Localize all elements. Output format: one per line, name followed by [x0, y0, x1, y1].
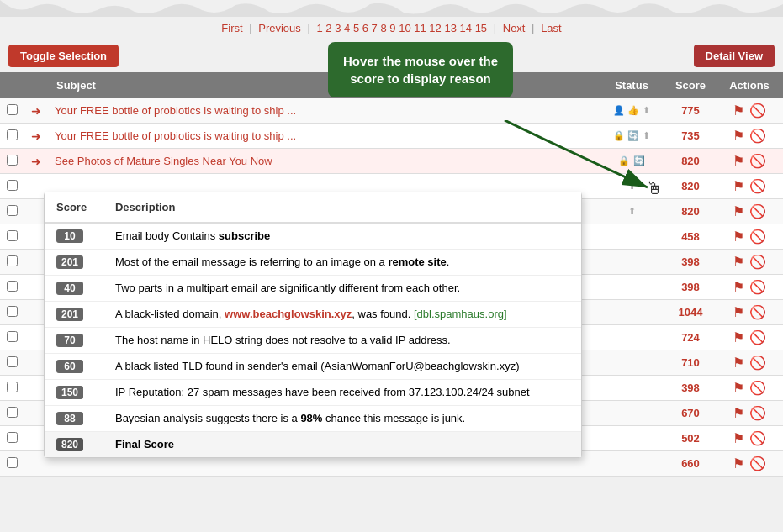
row-checkbox[interactable]: [7, 407, 18, 418]
score-value[interactable]: 735: [681, 129, 700, 142]
pagination-next[interactable]: Next: [503, 22, 526, 34]
pagination-page-14[interactable]: 14: [460, 22, 472, 34]
score-badge: 150: [56, 386, 83, 399]
score-value[interactable]: 670: [681, 407, 700, 419]
action-icons: ⚑ 🚫: [722, 103, 776, 119]
pagination-page-9[interactable]: 9: [389, 22, 395, 34]
flag-action-icon[interactable]: ⚑: [733, 203, 744, 219]
row-checkbox[interactable]: [7, 255, 18, 266]
score-badge: 201: [56, 255, 83, 269]
pagination-page-10[interactable]: 10: [399, 22, 410, 34]
delete-action-icon[interactable]: 🚫: [749, 229, 766, 245]
delete-action-icon[interactable]: 🚫: [749, 279, 766, 295]
score-value[interactable]: 820: [681, 205, 700, 218]
flag-action-icon[interactable]: ⚑: [733, 304, 744, 320]
popup-score-header: Score: [45, 192, 103, 223]
pagination-page-4[interactable]: 4: [344, 22, 350, 34]
score-value[interactable]: 458: [681, 230, 700, 243]
delete-action-icon[interactable]: 🚫: [749, 178, 766, 194]
detail-view-button[interactable]: Detail View: [694, 45, 775, 67]
email-subject-link[interactable]: See Photos of Mature Singles Near You No…: [55, 155, 272, 167]
score-badge: 820: [56, 438, 83, 451]
delete-action-icon[interactable]: 🚫: [749, 254, 766, 270]
score-value[interactable]: 502: [681, 432, 700, 445]
row-checkbox[interactable]: [7, 306, 18, 317]
score-value[interactable]: 398: [681, 255, 700, 268]
red-arrow-icon: ➜: [31, 155, 41, 168]
flag-action-icon[interactable]: ⚑: [733, 430, 744, 446]
pagination-page-11[interactable]: 11: [414, 22, 426, 34]
delete-action-icon[interactable]: 🚫: [749, 304, 766, 320]
score-value[interactable]: 398: [681, 382, 700, 394]
score-value[interactable]: 775: [681, 104, 700, 117]
score-value[interactable]: 1044: [679, 306, 703, 319]
row-checkbox[interactable]: [7, 180, 18, 191]
row-checkbox[interactable]: [7, 356, 18, 367]
score-badge: 201: [56, 308, 83, 321]
score-badge: 40: [56, 282, 83, 295]
flag-action-icon[interactable]: ⚑: [733, 103, 744, 119]
score-value[interactable]: 724: [681, 331, 700, 344]
score-badge: 10: [56, 229, 83, 243]
flag-action-icon[interactable]: ⚑: [733, 153, 744, 169]
row-checkbox[interactable]: [7, 205, 18, 216]
pagination-last[interactable]: Last: [541, 22, 562, 34]
delete-action-icon[interactable]: 🚫: [749, 153, 766, 169]
flag-action-icon[interactable]: ⚑: [733, 128, 744, 144]
flag-action-icon[interactable]: ⚑: [733, 254, 744, 270]
popup-desc: A black listed TLD found in sender's ema…: [103, 354, 581, 380]
score-value[interactable]: 710: [681, 356, 700, 369]
row-checkbox[interactable]: [7, 155, 18, 166]
flag-action-icon[interactable]: ⚑: [733, 355, 744, 371]
delete-action-icon[interactable]: 🚫: [749, 203, 766, 219]
table-row: ➜ See Photos of Mature Singles Near You …: [0, 149, 783, 174]
popup-desc: IP Reputation: 27 spam messages have bee…: [103, 380, 581, 406]
delete-action-icon[interactable]: 🚫: [749, 103, 766, 119]
pagination-page-15[interactable]: 15: [475, 22, 487, 34]
pagination-page-2[interactable]: 2: [325, 22, 331, 34]
delete-action-icon[interactable]: 🚫: [749, 456, 766, 471]
pagination-page-3[interactable]: 3: [335, 22, 341, 34]
flag-action-icon[interactable]: ⚑: [733, 329, 744, 345]
pagination-first[interactable]: First: [221, 22, 242, 34]
pagination-bar: First | Previous | 1 2 3 4 5 6 7 8 9 10 …: [0, 17, 783, 40]
row-checkbox[interactable]: [7, 104, 18, 115]
pagination-page-6[interactable]: 6: [362, 22, 368, 34]
pagination-page-1[interactable]: 1: [316, 22, 322, 34]
row-checkbox[interactable]: [7, 432, 18, 443]
delete-action-icon[interactable]: 🚫: [749, 128, 766, 144]
pagination-page-7[interactable]: 7: [372, 22, 378, 34]
email-subject-link[interactable]: Your FREE bottle of probiotics is waitin…: [55, 104, 296, 117]
row-checkbox[interactable]: [7, 331, 18, 342]
pagination-previous[interactable]: Previous: [258, 22, 301, 34]
delete-action-icon[interactable]: 🚫: [749, 355, 766, 371]
delete-action-icon[interactable]: 🚫: [749, 329, 766, 345]
delete-action-icon[interactable]: 🚫: [749, 380, 766, 396]
pagination-page-8[interactable]: 8: [380, 22, 386, 34]
delete-action-icon[interactable]: 🚫: [749, 430, 766, 446]
score-value[interactable]: 660: [681, 457, 700, 470]
score-value[interactable]: 398: [681, 281, 700, 293]
flag-action-icon[interactable]: ⚑: [733, 456, 744, 471]
col-score: Score: [665, 72, 716, 98]
email-subject-link[interactable]: Your FREE bottle of probiotics is waitin…: [55, 129, 296, 142]
flag-action-icon[interactable]: ⚑: [733, 178, 744, 194]
row-checkbox[interactable]: [7, 230, 18, 241]
flag-action-icon[interactable]: ⚑: [733, 279, 744, 295]
flag-action-icon[interactable]: ⚑: [733, 229, 744, 245]
pagination-page-5[interactable]: 5: [353, 22, 359, 34]
delete-action-icon[interactable]: 🚫: [749, 405, 766, 421]
score-value[interactable]: 820: [681, 155, 700, 167]
row-checkbox[interactable]: [7, 129, 18, 140]
popup-desc: Most of the email message is referring t…: [103, 250, 581, 276]
row-checkbox[interactable]: [7, 382, 18, 392]
toggle-selection-button[interactable]: Toggle Selection: [8, 45, 119, 67]
flag-action-icon[interactable]: ⚑: [733, 380, 744, 396]
row-checkbox[interactable]: [7, 457, 18, 468]
row-checkbox[interactable]: [7, 281, 18, 292]
red-arrow-icon: ➜: [31, 129, 41, 143]
flag-action-icon[interactable]: ⚑: [733, 405, 744, 421]
pagination-page-13[interactable]: 13: [444, 22, 456, 34]
pagination-page-12[interactable]: 12: [429, 22, 441, 34]
score-value[interactable]: 820: [681, 180, 700, 192]
